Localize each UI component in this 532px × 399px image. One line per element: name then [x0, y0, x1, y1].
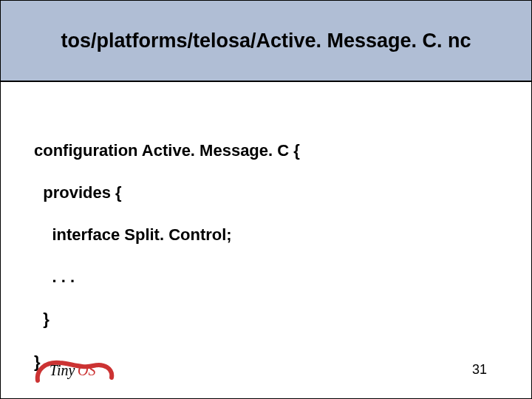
code-line: provides { — [34, 183, 498, 204]
code-line: interface Split. Control; — [34, 225, 498, 246]
code-block: configuration Active. Message. C { provi… — [1, 82, 531, 399]
logo-text-os: OS — [78, 362, 95, 378]
page-number: 31 — [472, 362, 487, 378]
title-band: tos/platforms/telosa/Active. Message. C.… — [1, 1, 531, 82]
blank-line — [34, 394, 498, 399]
slide: tos/platforms/telosa/Active. Message. C.… — [0, 0, 532, 399]
code-line: configuration Active. Message. C { — [34, 140, 498, 162]
code-line: } — [34, 309, 498, 330]
code-line: . . . — [34, 267, 498, 288]
tinyos-logo: Tiny OS — [30, 355, 119, 385]
logo-text-tiny: Tiny — [50, 362, 75, 379]
slide-title: tos/platforms/telosa/Active. Message. C.… — [61, 30, 471, 52]
